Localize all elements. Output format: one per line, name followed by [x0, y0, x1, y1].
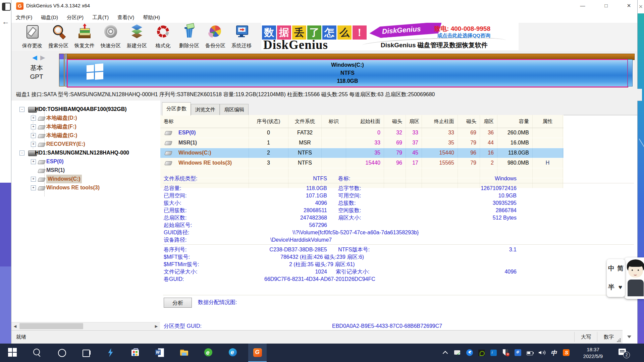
next-disk-arrow-icon[interactable]: ▶ — [40, 54, 45, 61]
toolbar-button-recover-files[interactable]: 恢复文件 — [72, 23, 97, 50]
tree-item-recovery-e-[interactable]: +RECOVERY(E:) — [11, 140, 160, 148]
tray-nvidia[interactable] — [476, 344, 488, 362]
column-header[interactable]: 起始柱面 — [346, 115, 384, 128]
menu-item-3[interactable]: 分区(P) — [62, 12, 88, 23]
tab-扇区编辑[interactable]: 扇区编辑 — [220, 104, 249, 115]
banner-ad[interactable]: 数据丢了怎么！ DiskGenius DiskGenius 致电: 400-00… — [261, 23, 519, 50]
expand-icon[interactable]: + — [31, 116, 36, 121]
toolbar-button-backup-partition[interactable]: 备份分区 — [203, 23, 228, 50]
scrollbar-thumb[interactable] — [19, 323, 83, 329]
toolbar-button-quick-partition[interactable]: 快速分区 — [98, 23, 123, 50]
tray-printer[interactable]: ✓ — [451, 344, 464, 362]
expand-icon[interactable]: + — [31, 177, 36, 182]
close-button[interactable]: ✕ — [621, 0, 637, 12]
menu-item-5[interactable]: 查看(V) — [113, 12, 139, 23]
expand-icon[interactable]: + — [31, 159, 36, 164]
minimize-button[interactable]: — — [575, 0, 590, 12]
expand-icon[interactable]: + — [31, 185, 36, 190]
tray-security-shield[interactable]: ✕ — [500, 344, 512, 362]
detail-label: 分区类型 GUID: — [164, 322, 202, 330]
tree-item-hd0-toshibamq04abf100-932gb-[interactable]: -HD0:TOSHIBAMQ04ABF100(932GB) — [11, 105, 160, 114]
table-row[interactable]: Windows RE tools(3)3NTFS1544096171556579… — [160, 158, 564, 168]
menu-item-1[interactable]: 文件(F) — [11, 12, 37, 23]
scroll-right-icon[interactable]: ▶ — [153, 322, 160, 330]
column-header[interactable]: 容量 — [497, 115, 533, 128]
tray-volume[interactable] — [536, 344, 548, 362]
toolbar-button-new-partition[interactable]: 新建分区 — [124, 23, 150, 50]
toolbar-button-save-changes[interactable]: 保存更改 — [19, 23, 45, 50]
taskbar-app-cortana[interactable] — [52, 344, 71, 362]
menu-item-6[interactable]: 帮助(H) — [139, 12, 164, 23]
tray-snowflake[interactable]: ❄ — [512, 344, 524, 362]
table-row[interactable]: MSR(1)1MSR33693735794416.0MB — [160, 138, 564, 148]
column-header[interactable]: 序号(状态) — [249, 115, 288, 128]
taskbar-app-word[interactable]: W — [150, 344, 169, 362]
tree-item-msr-1-[interactable]: MSR(1) — [11, 166, 160, 175]
partition-block-esp[interactable] — [59, 54, 64, 86]
table-row[interactable]: ESP(0)0FAT3203233336936260.0MB — [160, 128, 564, 138]
column-header[interactable]: 卷标 — [160, 115, 249, 128]
taskbar-clock[interactable]: 18:37 2022/5/9 — [577, 344, 609, 362]
sogou-icon: S — [562, 349, 570, 357]
taskbar-app-edge[interactable]: e — [224, 344, 242, 362]
tray-ime-indicator[interactable]: 中 — [548, 344, 560, 362]
detail-value: 10.9GB — [402, 192, 517, 199]
tree-item--d-[interactable]: +本地磁盘(D:) — [11, 114, 160, 122]
partition-block-windows-c[interactable]: Windows(C:) NTFS 118.0GB — [67, 59, 628, 87]
tree-item--g-[interactable]: +本地磁盘(G:) — [11, 131, 160, 140]
tree-item-windows-re-tools-3-[interactable]: +Windows RE tools(3) — [11, 183, 160, 192]
taskbar-app-microsoft-store[interactable] — [126, 344, 144, 362]
taskbar-app-taskbar-search[interactable] — [28, 344, 46, 362]
column-header[interactable]: 磁头 — [458, 115, 480, 128]
tree-item-windows-c-[interactable]: +Windows(C:) — [11, 175, 160, 183]
ime-status-widget[interactable]: 中简半♥ — [607, 259, 625, 297]
scroll-left-icon[interactable]: ◀ — [11, 322, 19, 330]
column-header[interactable]: 扇区 — [480, 115, 497, 128]
tree-item--f-[interactable]: +本地磁盘(F:) — [11, 122, 160, 131]
tab-分区参数[interactable]: 分区参数 — [162, 102, 191, 116]
taskbar-app-task-view[interactable] — [77, 344, 95, 362]
partition-icon — [38, 178, 46, 182]
expand-icon[interactable]: + — [31, 124, 36, 129]
taskbar-app-file-explorer[interactable] — [175, 344, 193, 362]
toolbar-button-format[interactable]: 格式化 — [150, 23, 176, 50]
menu-item-4[interactable]: 工具(T) — [88, 12, 113, 23]
maximize-button[interactable]: □ — [598, 0, 614, 12]
expand-icon[interactable]: + — [31, 142, 36, 147]
tray-intel-graphics[interactable]: i — [488, 344, 500, 362]
tray-sogou[interactable]: S — [560, 344, 572, 362]
ad-qq-link[interactable]: 或点击此处选择QQ咨询 — [437, 33, 490, 39]
column-header[interactable]: 文件系统 — [288, 115, 322, 128]
tree-item-esp-0-[interactable]: +ESP(0) — [11, 157, 160, 166]
resize-grip[interactable] — [616, 338, 621, 343]
column-header[interactable]: 扇区 — [406, 115, 422, 128]
toolbar-button-delete-partition[interactable]: 删除分区 — [176, 23, 202, 50]
ime-widget-char: ♥ — [616, 278, 625, 297]
collapse-icon[interactable]: - — [19, 107, 24, 112]
table-row[interactable]: Windows(C:)2NTFS357945154409616118.0GB — [160, 148, 564, 158]
tray-thunder[interactable] — [464, 344, 476, 362]
toolbar-button-system-migrate[interactable]: 系统迁移 — [229, 23, 254, 50]
analyze-button[interactable]: 分析 — [164, 298, 192, 308]
expand-icon[interactable]: + — [31, 133, 36, 138]
collapse-icon[interactable]: - — [19, 150, 24, 156]
column-header[interactable]: 标识 — [322, 115, 346, 128]
toolbar-button-search-partition[interactable]: 搜索分区 — [46, 23, 71, 50]
column-header[interactable]: 磁头 — [384, 115, 406, 128]
menu-item-2[interactable]: 磁盘(D) — [37, 12, 62, 23]
tab-浏览文件[interactable]: 浏览文件 — [191, 104, 220, 115]
action-center-button[interactable]: 2 — [614, 344, 637, 362]
taskbar-app-browser-360[interactable]: e — [199, 344, 218, 362]
tree-horizontal-scrollbar[interactable]: ◀ ▶ — [11, 322, 160, 330]
taskbar-app-flash-app[interactable] — [101, 344, 120, 362]
column-header[interactable]: 属性 — [533, 115, 563, 128]
tray-battery[interactable] — [524, 344, 536, 362]
tray-chevron-up[interactable] — [439, 344, 451, 362]
partition-block-re-tools[interactable] — [628, 59, 633, 86]
column-header[interactable]: 终止柱面 — [422, 115, 458, 128]
taskbar-app-diskgenius[interactable]: G — [248, 344, 267, 362]
taskbar-app-start[interactable] — [3, 344, 22, 362]
prev-disk-arrow-icon[interactable]: ◀ — [32, 54, 37, 61]
detail-value: 30935295 — [402, 199, 517, 207]
tree-item-hd1-samsungmznln128hahq-000[interactable]: -HD1:SAMSUNGMZNLN128HAHQ-000 — [11, 148, 160, 157]
